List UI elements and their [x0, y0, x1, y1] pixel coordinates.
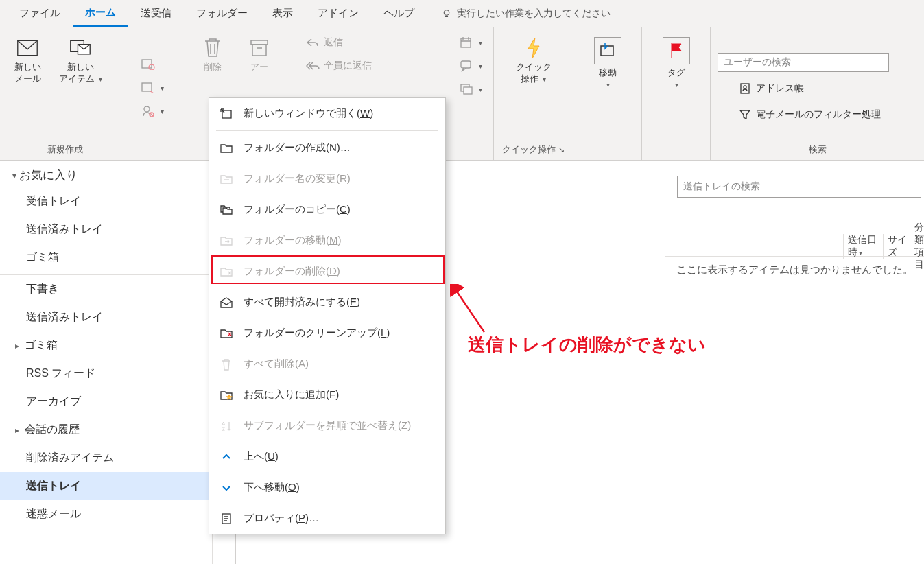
- splitter-handle[interactable]: [228, 531, 236, 564]
- im-button[interactable]: ▾: [455, 56, 486, 75]
- context-menu-item-chev-up[interactable]: 上へ(U): [209, 441, 445, 472]
- menu-view[interactable]: 表示: [260, 1, 305, 25]
- menu-bar: ファイル ホーム 送受信 フォルダー 表示 アドイン ヘルプ 実行したい作業を入…: [0, 0, 924, 27]
- filter-email-button[interactable]: 電子メールのフィルター処理: [718, 105, 885, 124]
- context-menu-item-folder[interactable]: フォルダーの作成(N)…: [209, 132, 445, 163]
- menu-addin[interactable]: アドイン: [305, 1, 371, 25]
- junk-button[interactable]: ▾: [137, 102, 168, 121]
- folder-rename-icon: [219, 172, 234, 187]
- archive-label: アー: [250, 62, 268, 73]
- address-book-label: アドレス帳: [756, 82, 804, 95]
- context-menu-item-label: フォルダーの作成(N)…: [244, 141, 351, 154]
- sidebar-item-11[interactable]: 迷惑メール: [0, 500, 212, 528]
- context-menu-item-label: すべて削除(A): [244, 357, 309, 371]
- menu-sendreceive[interactable]: 送受信: [128, 1, 184, 25]
- forward-attach-icon: [460, 82, 473, 96]
- sidebar-item-2[interactable]: ゴミ箱: [0, 244, 212, 272]
- ribbon-group-new-label: 新規作成: [7, 141, 123, 157]
- sidebar-item-10[interactable]: 送信トレイ: [0, 472, 212, 500]
- context-menu-item-label: 下へ移動(O): [244, 481, 300, 494]
- sidebar-item-6[interactable]: RSS フィード: [0, 360, 212, 388]
- menu-separator: [216, 130, 438, 131]
- trash-icon: [219, 357, 234, 372]
- ribbon-quick-label[interactable]: クイック操作: [501, 141, 566, 157]
- addressbook-icon: [738, 82, 752, 95]
- folder-sidebar: ▾お気に入り 受信トレイ送信済みトレイゴミ箱下書き送信済みトレイ▸ゴミ箱RSS …: [0, 161, 213, 564]
- sidebar-item-label: 削除済みアイテム: [26, 451, 114, 465]
- sidebar-item-label: 会話の履歴: [25, 423, 80, 437]
- sidebar-item-label: アーカイブ: [26, 395, 81, 409]
- context-menu-item-label: フォルダー名の変更(R): [244, 172, 351, 185]
- svg-rect-11: [461, 38, 471, 47]
- archive-button[interactable]: アー: [239, 33, 280, 78]
- sidebar-item-1[interactable]: 送信済みトレイ: [0, 215, 212, 244]
- sidebar-item-3[interactable]: 下書き: [0, 274, 212, 303]
- sidebar-item-label: ゴミ箱: [25, 338, 58, 353]
- favorites-label: お気に入り: [19, 167, 78, 183]
- quick-steps-button[interactable]: クイック 操作 ▾: [510, 33, 557, 89]
- ribbon-blank-label4: [580, 143, 635, 157]
- svg-rect-15: [601, 46, 613, 56]
- sidebar-item-5[interactable]: ▸ゴミ箱: [0, 331, 212, 360]
- context-menu-item-label: フォルダーの移動(M): [244, 234, 342, 247]
- context-menu-item-folder-rename: フォルダー名の変更(R): [209, 163, 445, 194]
- user-search-input[interactable]: ユーザーの検索: [718, 53, 889, 72]
- context-menu-item-properties[interactable]: プロパティ(P)…: [209, 503, 445, 534]
- sidebar-item-8[interactable]: ▸会話の履歴: [0, 416, 212, 444]
- sidebar-item-7[interactable]: アーカイブ: [0, 388, 212, 416]
- new-item-button[interactable]: 新しい アイテム ▾: [54, 33, 108, 89]
- tag-label: タグ▾: [667, 67, 685, 91]
- menu-home[interactable]: ホーム: [73, 1, 128, 27]
- context-menu-item-new-window[interactable]: 新しいウィンドウで開く(W): [209, 98, 445, 129]
- context-menu-item-folder-copy[interactable]: フォルダーのコピー(C): [209, 194, 445, 225]
- sidebar-item-label: 受信トレイ: [26, 194, 81, 209]
- context-menu-item-folder-delete: フォルダーの削除(D): [209, 256, 445, 287]
- sidebar-item-label: 送信済みトレイ: [26, 310, 103, 325]
- reply-all-icon: [306, 59, 320, 73]
- context-menu-item-sort-az: AZサブフォルダーを昇順で並べ替え(Z): [209, 410, 445, 441]
- sidebar-item-4[interactable]: 送信済みトレイ: [0, 303, 212, 331]
- outbox-search-placeholder: 送信トレイの検索: [683, 180, 760, 193]
- reply-all-button[interactable]: 全員に返信: [302, 56, 450, 75]
- svg-point-7: [144, 106, 150, 112]
- ribbon-blank-label: [137, 143, 178, 157]
- chev-up-icon: [219, 449, 234, 465]
- cleanup-button[interactable]: ▾: [137, 78, 168, 97]
- empty-message: ここに表示するアイテムは見つかりませんでした。: [665, 263, 924, 277]
- menu-help[interactable]: ヘルプ: [371, 1, 427, 25]
- reply-button[interactable]: 返信: [302, 33, 450, 52]
- tag-button[interactable]: タグ▾: [656, 33, 697, 95]
- menu-folder[interactable]: フォルダー: [184, 1, 260, 25]
- sidebar-item-label: 下書き: [26, 282, 59, 296]
- more-respond-button[interactable]: ▾: [455, 80, 486, 99]
- context-menu-item-envelope-open[interactable]: すべて開封済みにする(E): [209, 287, 445, 318]
- sidebar-item-0[interactable]: 受信トレイ: [0, 187, 212, 215]
- move-button[interactable]: 移動▾: [587, 33, 628, 95]
- context-menu-item-folder-clean[interactable]: フォルダーのクリーンアップ(L): [209, 318, 445, 349]
- context-menu-item-folder-star[interactable]: お気に入りに追加(F): [209, 379, 445, 410]
- junk-icon: [141, 104, 155, 118]
- context-menu-item-label: すべて開封済みにする(E): [244, 296, 360, 309]
- context-menu-item-label: お気に入りに追加(F): [244, 388, 339, 401]
- tell-me-hint[interactable]: 実行したい作業を入力してください: [440, 8, 611, 20]
- archive-icon: [248, 37, 270, 59]
- svg-rect-12: [461, 61, 471, 68]
- ignore-button[interactable]: [137, 55, 159, 74]
- reply-icon: [306, 36, 320, 49]
- favorites-header[interactable]: ▾お気に入り: [0, 161, 212, 187]
- new-mail-button[interactable]: 新しい メール: [7, 33, 48, 89]
- col-size[interactable]: サイズ: [883, 234, 910, 259]
- forward-button[interactable]: [302, 80, 450, 96]
- expand-icon: ▸: [15, 341, 19, 351]
- address-book-button[interactable]: アドレス帳: [718, 79, 808, 98]
- context-menu-item-chev-down[interactable]: 下へ移動(O): [209, 472, 445, 503]
- sidebar-item-9[interactable]: 削除済みアイテム: [0, 444, 212, 472]
- meeting-button[interactable]: ▾: [455, 33, 486, 52]
- menu-file[interactable]: ファイル: [7, 1, 73, 25]
- col-sent-date[interactable]: 送信日時▾: [843, 234, 883, 259]
- context-menu-item-label: フォルダーのコピー(C): [244, 203, 351, 216]
- flag-icon: [663, 37, 690, 64]
- lightning-icon: [523, 37, 545, 59]
- outbox-search-input[interactable]: 送信トレイの検索: [677, 176, 921, 198]
- delete-button[interactable]: 削除: [192, 33, 233, 78]
